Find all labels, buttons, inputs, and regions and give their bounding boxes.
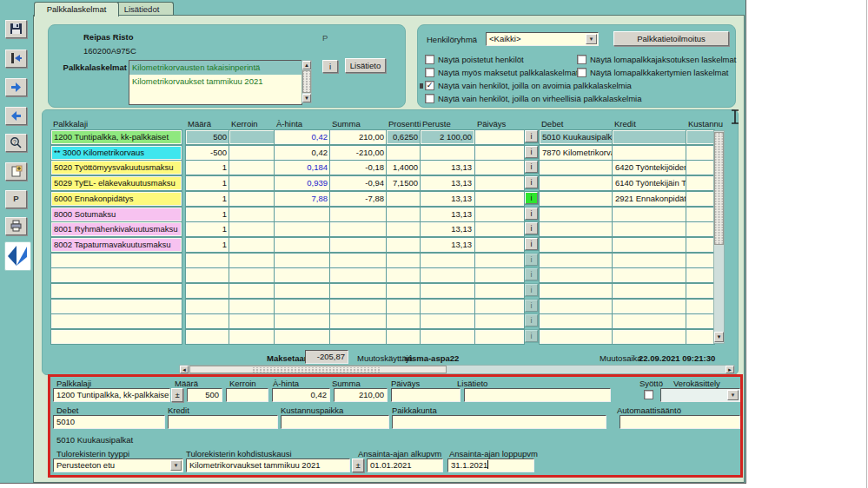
cell-summa[interactable]	[330, 330, 387, 344]
cell-paivays[interactable]	[475, 284, 524, 298]
cell-peruste[interactable]: 13,13	[421, 208, 474, 221]
payrow-label[interactable]: 5020 Työttömyysvakuutusmaksu	[51, 161, 182, 175]
cell-peruste[interactable]	[421, 268, 474, 282]
cell-paivays[interactable]	[475, 208, 524, 221]
cell-maara[interactable]	[186, 314, 229, 328]
cell-ahinta[interactable]: 0,42	[275, 146, 330, 160]
print-button[interactable]	[5, 217, 27, 235]
row-info-button[interactable]: i	[525, 176, 538, 188]
cell-summa[interactable]	[330, 222, 387, 236]
payrow-label[interactable]: 8000 Sotumaksu	[51, 208, 182, 221]
cell-kustannu[interactable]	[686, 130, 714, 144]
henkiloryhma-select[interactable]: <Kaikki> ▼	[486, 32, 599, 46]
cell-kerroin[interactable]	[229, 192, 275, 206]
cell-maara[interactable]	[186, 268, 229, 282]
cell-peruste[interactable]: 13,13	[421, 176, 474, 190]
cell-debet[interactable]	[540, 192, 613, 206]
cell-maara[interactable]: 1	[186, 161, 229, 175]
palkkatietoilmoitus-button[interactable]: Palkkatietoilmoitus	[613, 31, 729, 46]
cell-kerroin[interactable]	[229, 130, 275, 144]
detail-alkupvm-field[interactable]: 01.01.2021	[367, 458, 443, 472]
cell-prosentti[interactable]	[387, 192, 421, 206]
cell-paivays[interactable]	[475, 146, 524, 160]
cell-prosentti[interactable]	[387, 268, 421, 282]
cell-debet[interactable]	[540, 238, 613, 252]
cell-maara[interactable]: 500	[186, 130, 229, 144]
cell-summa[interactable]: -0,18	[330, 161, 387, 175]
cell-summa[interactable]	[330, 208, 387, 221]
cell-ahinta[interactable]	[275, 314, 330, 328]
detail-lisatieto-field[interactable]	[464, 388, 611, 402]
payslip-info-button[interactable]: i	[322, 60, 338, 73]
cell-kustannu[interactable]	[686, 254, 714, 267]
payslip-list-item[interactable]: Kilometrikorvausten takaisinperintä	[129, 61, 301, 75]
save-button[interactable]	[5, 20, 27, 38]
payrow-label[interactable]: 5029 TyEL- eläkevakuutusmaksu	[51, 176, 182, 190]
cell-summa[interactable]	[330, 254, 387, 267]
cell-peruste[interactable]	[421, 254, 474, 267]
cell-kredit[interactable]	[613, 130, 686, 144]
table-horizontal-scrollbar[interactable]: ◄ ►	[179, 365, 735, 374]
cell-debet[interactable]	[540, 208, 613, 221]
cell-paivays[interactable]	[475, 300, 524, 313]
cell-summa[interactable]: -210,00	[330, 146, 387, 160]
cell-debet[interactable]: 5010 Kuukausipalkat	[540, 130, 613, 144]
cell-kerroin[interactable]	[229, 300, 275, 313]
cell-peruste[interactable]	[421, 314, 474, 328]
cell-peruste[interactable]: 13,13	[421, 238, 474, 252]
cell-maara[interactable]: 1	[186, 238, 229, 252]
cell-kredit[interactable]	[613, 330, 686, 344]
cell-kerroin[interactable]	[229, 176, 275, 190]
cell-peruste[interactable]	[421, 330, 474, 344]
cell-summa[interactable]	[330, 284, 387, 298]
payrow-label[interactable]: 8001 Ryhmähenkivakuutusmaksu	[51, 222, 182, 236]
cell-peruste[interactable]	[421, 300, 474, 313]
tab-palkkalaskelmat[interactable]: Palkkalaskelmat	[34, 2, 119, 16]
cell-kredit[interactable]	[613, 284, 686, 298]
cell-summa[interactable]	[330, 268, 387, 282]
payrow-label[interactable]: 8002 Tapaturmavakuutusmaksu	[51, 238, 182, 252]
detail-kustannuspaikka-field[interactable]	[281, 415, 389, 429]
cell-summa[interactable]: -7,88	[330, 192, 387, 206]
cell-kredit[interactable]	[613, 314, 686, 328]
cell-kerroin[interactable]	[229, 146, 275, 160]
chevron-down-icon[interactable]: ▼	[586, 34, 597, 44]
cell-maara[interactable]: 1	[186, 222, 229, 236]
cell-kustannu[interactable]	[686, 284, 714, 298]
cell-debet[interactable]	[540, 268, 613, 282]
detail-paivays-field[interactable]	[391, 388, 461, 402]
cell-kustannu[interactable]	[686, 238, 714, 252]
cell-kerroin[interactable]	[229, 222, 275, 236]
cell-paivays[interactable]	[475, 268, 524, 282]
cell-prosentti[interactable]	[387, 254, 421, 267]
new-record-button[interactable]	[5, 162, 27, 181]
cell-prosentti[interactable]: 1,4000	[387, 161, 421, 175]
cell-ahinta[interactable]: 0,939	[275, 176, 330, 190]
cell-maara[interactable]: 1	[186, 208, 229, 221]
cell-kustannu[interactable]	[686, 222, 714, 236]
chevron-down-icon[interactable]: ▼	[727, 390, 739, 400]
cell-kredit[interactable]	[613, 300, 686, 313]
filter-checkbox[interactable]	[577, 68, 586, 77]
previous-record-button[interactable]	[5, 107, 27, 125]
row-info-button[interactable]: i	[525, 161, 538, 173]
payslip-list[interactable]: Kilometrikorvausten takaisinperintäKilom…	[129, 60, 302, 105]
cell-kredit[interactable]	[613, 238, 686, 252]
cell-prosentti[interactable]	[387, 208, 421, 221]
cell-peruste[interactable]	[421, 284, 474, 298]
cell-peruste[interactable]: 13,13	[421, 222, 474, 236]
cell-peruste[interactable]: 13,13	[421, 192, 474, 206]
cell-debet[interactable]	[540, 254, 613, 267]
cell-kustannu[interactable]	[686, 161, 714, 175]
cell-peruste[interactable]	[421, 146, 474, 160]
cell-paivays[interactable]	[475, 130, 524, 144]
cell-maara[interactable]: -500	[186, 146, 229, 160]
cell-prosentti[interactable]	[387, 284, 421, 298]
cell-ahinta[interactable]	[275, 238, 330, 252]
payslip-list-item[interactable]: Kilometrikorvaukset tammikuu 2021	[129, 75, 301, 89]
detail-automaattisaanto-field[interactable]	[620, 415, 740, 429]
exit-button[interactable]	[5, 49, 27, 68]
next-record-button[interactable]	[5, 78, 27, 96]
row-info-button[interactable]: i	[525, 192, 538, 204]
cell-paivays[interactable]	[475, 176, 524, 190]
